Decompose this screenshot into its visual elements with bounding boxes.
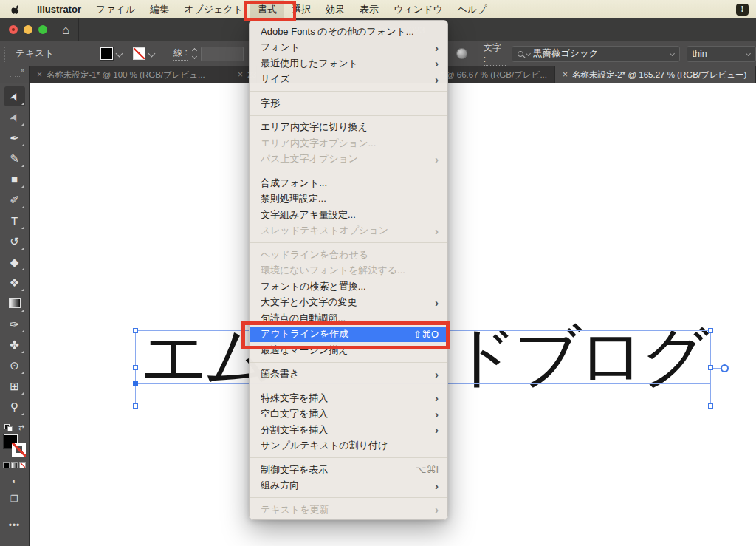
font-style-chevron-icon[interactable] (746, 51, 751, 56)
font-family-combobox[interactable]: 黒薔薇ゴシック (512, 46, 680, 62)
blend-tool-icon[interactable]: ⊙ (4, 355, 25, 375)
panel-grip[interactable] (4, 46, 8, 62)
menu-item-最近使用したフォント[interactable]: 最近使用したフォント› (250, 55, 447, 72)
tab-close-icon[interactable]: × (37, 69, 42, 80)
menubar-item-効果[interactable]: 効果 (318, 0, 352, 18)
menu-item-サンプルテキストの割り付け[interactable]: サンプルテキストの割り付け (250, 438, 447, 454)
tab-close-icon[interactable]: × (563, 69, 568, 80)
eraser-tool-icon[interactable]: ◆ (4, 252, 25, 272)
shape-builder-tool-icon[interactable]: ❖ (4, 273, 25, 293)
menu-item-分割文字を挿入[interactable]: 分割文字を挿入› (250, 422, 447, 438)
globe-icon[interactable] (456, 48, 467, 59)
stroke-color-swatch[interactable] (133, 47, 145, 60)
close-window-button[interactable] (9, 25, 18, 34)
rotate-tool-icon[interactable]: ↺ (4, 231, 25, 251)
menu-item-アウトラインを作成[interactable]: アウトラインを作成⇧⌘O (250, 327, 447, 343)
screen-mode-icon[interactable]: ❐ (10, 494, 18, 504)
stroke-swatch[interactable] (12, 443, 26, 457)
toolbar-header[interactable]: » (0, 66, 30, 83)
stroke-dropdown-chevron-icon[interactable] (148, 50, 156, 58)
menu-item-特殊文字を挿入[interactable]: 特殊文字を挿入› (250, 390, 447, 406)
toolbar-grip[interactable] (10, 75, 21, 78)
font-family-chevron-icon[interactable] (670, 51, 675, 56)
zoom-tool-icon[interactable]: ⚲ (4, 397, 25, 417)
font-style-dropdown[interactable]: thin (687, 46, 756, 62)
stroke-weight-stepper[interactable] (193, 49, 196, 58)
menubar-item-ウィンドウ[interactable]: ウィンドウ (386, 0, 450, 18)
direct-selection-tool-icon[interactable]: ➤ (4, 107, 25, 127)
menu-item-エリア内文字に切り換え[interactable]: エリア内文字に切り換え (250, 120, 447, 136)
menubar-item-編集[interactable]: 編集 (142, 0, 176, 18)
menu-item-label: ヘッドラインを合わせる (261, 248, 439, 262)
menu-item-大文字と小文字の変更[interactable]: 大文字と小文字の変更› (250, 295, 447, 311)
menubar-item-ヘルプ[interactable]: ヘルプ (450, 0, 495, 18)
menu-item-フォント[interactable]: フォント› (250, 40, 447, 56)
character-label[interactable]: 文字 : (484, 41, 506, 66)
symbol-sprayer-tool-glyph: ✤ (10, 338, 19, 352)
menubar-status-icon[interactable]: ! (736, 4, 749, 16)
eyedropper-tool-icon[interactable]: ✑ (4, 314, 25, 334)
rectangle-tool-icon[interactable]: ■ (4, 169, 25, 189)
menu-item-合成フォント[interactable]: 合成フォント... (250, 175, 447, 191)
menu-item-サイズ[interactable]: サイズ› (250, 72, 447, 88)
menubar-item-表示[interactable]: 表示 (352, 0, 386, 18)
fill-color-swatch[interactable] (100, 47, 113, 60)
menu-item-禁則処理設定[interactable]: 禁則処理設定... (250, 191, 447, 208)
type-tool-icon[interactable]: T (4, 211, 25, 231)
stroke-weight-label[interactable]: 線 : (173, 47, 188, 61)
paintbrush-tool-icon[interactable]: ✐ (4, 190, 25, 210)
minimize-window-button[interactable] (24, 25, 32, 34)
tab-label: 名称未設定-1* @ 100 % (RGB/プレビュ... (47, 69, 205, 81)
menu-item-空白文字を挿入[interactable]: 空白文字を挿入› (250, 406, 447, 423)
submenu-chevron-icon: › (435, 369, 439, 380)
artwork-text-right[interactable]: ドブログ (450, 323, 704, 389)
selection-tool-icon[interactable]: ➤ (4, 86, 25, 106)
menu-item-フォントの検索と置換[interactable]: フォントの検索と置換... (250, 279, 447, 295)
fill-dropdown-chevron-icon[interactable] (116, 50, 123, 58)
menu-item-字形[interactable]: 字形 (250, 95, 447, 112)
symbol-sprayer-tool-icon[interactable]: ✤ (4, 335, 25, 355)
gradient-tool-icon[interactable] (4, 293, 25, 313)
menubar-item-Illustrator[interactable]: Illustrator (30, 0, 89, 18)
drawing-modes-icon[interactable]: ◐ (12, 476, 17, 486)
menu-item-組み方向[interactable]: 組み方向› (250, 478, 447, 494)
stroke-weight-input[interactable] (201, 47, 244, 61)
menu-item-箇条書き[interactable]: 箇条書き› (250, 366, 447, 383)
gradient-button[interactable] (11, 462, 18, 468)
menubar-item-オブジェクト[interactable]: オブジェクト (176, 0, 250, 18)
menu-item-label: 特殊文字を挿入 (261, 392, 426, 405)
rectangle-tool-glyph: ■ (11, 173, 18, 185)
menu-separator (250, 91, 447, 92)
submenu-chevron-icon: › (435, 409, 439, 420)
menubar-item-ファイル[interactable]: ファイル (89, 0, 142, 18)
artboard-tool-icon[interactable]: ⊞ (4, 376, 25, 396)
submenu-chevron-icon: › (435, 225, 439, 236)
tools-panel: ➤➤✒✎■✐T↺◆❖✑✤⊙⊞⚲ ⇄ ◐ ❐ ••• (0, 83, 30, 546)
apple-menu-icon[interactable] (7, 4, 25, 16)
tab-label: i* @ 66.67 % (RGB/プレビ... (439, 69, 547, 81)
menu-item-スレッドテキストオプション: スレッドテキストオプション› (250, 223, 447, 239)
fill-stroke-indicator[interactable] (4, 434, 26, 457)
toolbar-collapse-icon[interactable]: » (21, 67, 24, 75)
none-button[interactable] (19, 462, 26, 468)
curvature-tool-icon[interactable]: ✎ (4, 149, 25, 168)
menubar-item-書式[interactable]: 書式 (250, 0, 284, 18)
menu-item-label: Adobe Fonts のその他のフォント... (261, 25, 439, 38)
menu-item-制御文字を表示[interactable]: 制御文字を表示⌥⌘I (250, 462, 447, 478)
pen-tool-icon[interactable]: ✒ (4, 128, 25, 148)
zoom-window-button[interactable] (38, 25, 47, 34)
stepper-up-icon[interactable] (192, 48, 197, 53)
menu-item-Adobe Fonts のその他のフォント[interactable]: Adobe Fonts のその他のフォント... (250, 24, 447, 40)
menu-item-文字組みアキ量設定[interactable]: 文字組みアキ量設定... (250, 207, 447, 223)
color-button[interactable] (3, 462, 10, 468)
font-style-value[interactable]: thin (693, 49, 707, 59)
stepper-down-icon[interactable] (192, 54, 197, 59)
font-family-value[interactable]: 黒薔薇ゴシック (533, 47, 667, 60)
default-fill-stroke-icon[interactable] (4, 424, 13, 431)
document-tab[interactable]: ×名称未設定-1* @ 100 % (RGB/プレビュ... (30, 66, 230, 83)
menu-item-label: パス上文字オプション (261, 152, 426, 165)
edit-toolbar-button[interactable]: ••• (9, 520, 21, 530)
swap-fill-stroke-icon[interactable]: ⇄ (18, 423, 24, 431)
tab-close-icon[interactable]: × (238, 69, 243, 80)
document-tab[interactable]: ×名称未設定-2* @ 165.27 % (RGB/プレビュー) (555, 66, 756, 83)
